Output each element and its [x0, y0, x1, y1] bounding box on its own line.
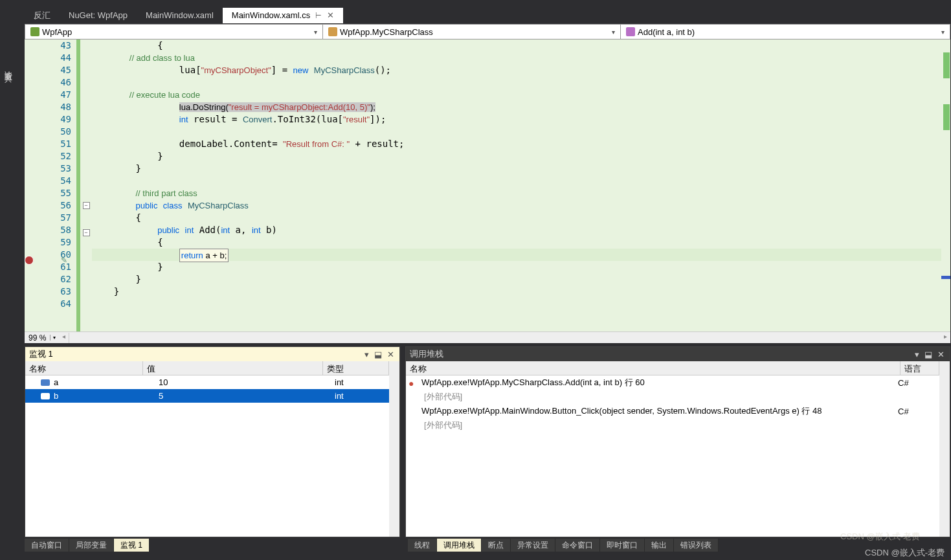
- document-tab[interactable]: NuGet: WpfApp: [60, 8, 137, 23]
- line-number: 46: [25, 76, 71, 89]
- watch-row[interactable]: b5int: [25, 389, 389, 403]
- document-tab[interactable]: 反汇: [25, 7, 60, 25]
- frame-name: WpfApp.exe!WpfApp.MainWindow.Button_Clic…: [421, 405, 898, 417]
- watch-name: a: [52, 377, 155, 387]
- col-value[interactable]: 值: [143, 361, 323, 375]
- stack-frame[interactable]: [外部代码]: [406, 418, 939, 432]
- bottom-tab[interactable]: 输出: [645, 539, 674, 552]
- watermark: CSDN @嵌入式-老费: [840, 531, 920, 543]
- zoom-level[interactable]: 99 %: [25, 333, 50, 342]
- line-number: 53: [25, 162, 71, 175]
- code-line[interactable]: // third part class: [92, 187, 950, 199]
- frame-icon: [408, 407, 418, 416]
- bottom-tab[interactable]: 错误列表: [674, 539, 719, 552]
- change-marker: [943, 104, 950, 130]
- stack-frame[interactable]: WpfApp.exe!WpfApp.MyCSharpClass.Add(int …: [406, 375, 939, 390]
- bottom-tab[interactable]: 监视 1: [114, 539, 150, 552]
- code-line[interactable]: public int Add(int a, int b): [92, 224, 950, 236]
- nav-member-dropdown[interactable]: Add(int a, int b) ▾: [621, 25, 950, 39]
- line-number: 43: [25, 39, 71, 52]
- code-line[interactable]: public class MyCSharpClass: [92, 199, 950, 212]
- scroll-left-button[interactable]: ◂: [58, 333, 69, 343]
- frame-lang: C#: [898, 378, 937, 388]
- pin-icon[interactable]: ⊢: [315, 12, 322, 19]
- code-line[interactable]: }: [92, 273, 950, 286]
- bottom-tab[interactable]: 调用堆栈: [437, 539, 482, 552]
- bottom-tab[interactable]: 命令窗口: [555, 539, 600, 552]
- code-line[interactable]: [92, 298, 950, 310]
- fold-toggle[interactable]: −: [83, 202, 90, 209]
- col-name[interactable]: 名称: [406, 361, 901, 375]
- stack-frame[interactable]: WpfApp.exe!WpfApp.MainWindow.Button_Clic…: [406, 404, 939, 418]
- overview-ruler[interactable]: [941, 39, 950, 331]
- bottom-tab[interactable]: 即时窗口: [600, 539, 645, 552]
- breakpoint-marker[interactable]: [25, 256, 34, 265]
- code-line[interactable]: }: [92, 162, 950, 175]
- code-line[interactable]: int result = Convert.ToInt32(lua["result…: [92, 113, 950, 126]
- code-line[interactable]: {: [92, 236, 950, 249]
- code-line[interactable]: {: [92, 212, 950, 224]
- document-tabs: 反汇NuGet: WpfAppMainWindow.xamlMainWindow…: [25, 7, 343, 24]
- line-number: 54: [25, 175, 71, 187]
- bottom-tab[interactable]: 局部变量: [69, 539, 114, 552]
- watch-body[interactable]: a10intb5int: [25, 375, 389, 537]
- pin-icon[interactable]: ⬓: [373, 350, 383, 359]
- stack-frame[interactable]: [外部代码]: [406, 390, 939, 404]
- col-name[interactable]: 名称: [25, 361, 143, 375]
- code-line[interactable]: demoLabel.Content= "Result from C#: " + …: [92, 138, 950, 150]
- code-line[interactable]: }: [92, 286, 950, 298]
- bottom-tabs-right: 线程调用堆栈断点异常设置命令窗口即时窗口输出错误列表: [408, 539, 719, 552]
- document-tab[interactable]: MainWindow.xaml.cs⊢✕: [223, 8, 343, 23]
- document-tab[interactable]: MainWindow.xaml: [137, 8, 223, 23]
- line-number: 45: [25, 64, 71, 76]
- zoom-dropdown[interactable]: ▾: [50, 335, 58, 341]
- side-panel-label[interactable]: 诊断工具: [3, 65, 14, 70]
- horizontal-scrollbar[interactable]: [69, 333, 940, 343]
- bottom-tab[interactable]: 断点: [482, 539, 511, 552]
- code-line[interactable]: lua.DoString("result = myCSharpObject:Ad…: [92, 101, 950, 113]
- code-line[interactable]: }: [92, 261, 950, 273]
- dropdown-icon[interactable]: ▾: [363, 350, 370, 359]
- bottom-tabs-left: 自动窗口局部变量监视 1: [25, 539, 150, 552]
- line-number: 57: [25, 212, 71, 224]
- bottom-tab[interactable]: 线程: [408, 539, 437, 552]
- code-line[interactable]: return a + b;: [92, 249, 950, 261]
- code-line[interactable]: [92, 175, 950, 187]
- code-editor[interactable]: 4344454647484950515253545556575859606162…: [25, 39, 950, 331]
- close-icon[interactable]: ✕: [936, 350, 946, 359]
- vertical-scrollbar[interactable]: [389, 361, 399, 537]
- code-line[interactable]: }: [92, 150, 950, 162]
- code-line[interactable]: // execute lua code: [92, 89, 950, 101]
- vertical-scrollbar[interactable]: [939, 361, 950, 537]
- dropdown-icon[interactable]: ▾: [913, 350, 921, 359]
- bottom-tab[interactable]: 异常设置: [511, 539, 555, 552]
- code-line[interactable]: [92, 76, 950, 89]
- close-icon[interactable]: ✕: [386, 350, 396, 359]
- watch-row[interactable]: a10int: [25, 375, 389, 389]
- nav-project-dropdown[interactable]: WpfApp ▾: [25, 25, 323, 39]
- code-line[interactable]: [92, 126, 950, 138]
- scroll-position-marker[interactable]: [941, 276, 950, 279]
- code-line[interactable]: {: [92, 39, 950, 52]
- line-number: 64: [25, 298, 71, 310]
- scroll-right-button[interactable]: ▸: [940, 333, 950, 343]
- line-number: 59: [25, 236, 71, 249]
- debug-panels: 监视 1 ▾ ⬓ ✕ 名称 值 类型 a10intb5int 调用堆栈 ▾: [25, 346, 950, 537]
- code-content[interactable]: { // add class to lua lua["myCSharpObjec…: [92, 39, 950, 331]
- line-number: 50: [25, 126, 71, 138]
- callstack-body[interactable]: WpfApp.exe!WpfApp.MyCSharpClass.Add(int …: [406, 375, 939, 537]
- bottom-tab[interactable]: 自动窗口: [25, 539, 69, 552]
- col-lang[interactable]: 语言: [901, 361, 939, 375]
- close-icon[interactable]: ✕: [327, 10, 334, 20]
- pin-icon[interactable]: ⬓: [923, 350, 934, 359]
- csharp-project-icon: [30, 27, 39, 36]
- line-number: 63: [25, 286, 71, 298]
- nav-class-dropdown[interactable]: WpfApp.MyCSharpClass ▾: [323, 25, 621, 39]
- line-number: 44: [25, 52, 71, 64]
- current-frame-icon: [408, 378, 418, 387]
- code-line[interactable]: lua["myCSharpObject"] = new MyCSharpClas…: [92, 64, 950, 76]
- watch-name: b: [52, 391, 155, 401]
- code-line[interactable]: // add class to lua: [92, 52, 950, 64]
- col-type[interactable]: 类型: [323, 361, 389, 375]
- fold-toggle[interactable]: −: [83, 229, 90, 236]
